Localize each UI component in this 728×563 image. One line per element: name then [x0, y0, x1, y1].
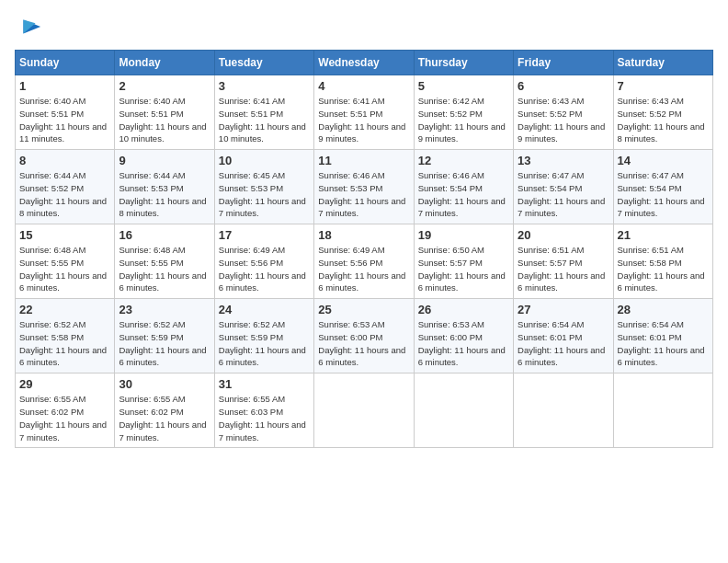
day-cell: 24Sunrise: 6:52 AMSunset: 5:59 PMDayligh…: [214, 299, 313, 373]
day-number: 1: [19, 79, 110, 93]
day-number: 31: [219, 377, 310, 391]
day-info: Sunrise: 6:52 AMSunset: 5:58 PMDaylight:…: [19, 319, 107, 367]
day-info: Sunrise: 6:44 AMSunset: 5:52 PMDaylight:…: [19, 170, 107, 218]
day-cell: 9Sunrise: 6:44 AMSunset: 5:53 PMDaylight…: [115, 150, 214, 224]
day-info: Sunrise: 6:49 AMSunset: 5:56 PMDaylight:…: [318, 245, 405, 293]
page: SundayMondayTuesdayWednesdayThursdayFrid…: [0, 0, 728, 455]
day-info: Sunrise: 6:51 AMSunset: 5:58 PMDaylight:…: [618, 245, 705, 293]
day-cell: [514, 373, 613, 448]
day-info: Sunrise: 6:53 AMSunset: 6:00 PMDaylight:…: [318, 319, 405, 367]
col-header-saturday: Saturday: [613, 51, 712, 75]
day-cell: 12Sunrise: 6:46 AMSunset: 5:54 PMDayligh…: [414, 150, 513, 224]
day-number: 9: [119, 154, 210, 167]
day-info: Sunrise: 6:50 AMSunset: 5:57 PMDaylight:…: [418, 245, 506, 293]
day-number: 13: [518, 154, 609, 167]
col-header-wednesday: Wednesday: [314, 51, 414, 75]
day-number: 7: [618, 79, 709, 93]
day-cell: 5Sunrise: 6:42 AMSunset: 5:52 PMDaylight…: [414, 75, 513, 150]
day-cell: 26Sunrise: 6:53 AMSunset: 6:00 PMDayligh…: [414, 299, 513, 373]
day-number: 5: [418, 79, 509, 93]
day-info: Sunrise: 6:52 AMSunset: 5:59 PMDaylight:…: [219, 319, 306, 367]
day-cell: 10Sunrise: 6:45 AMSunset: 5:53 PMDayligh…: [214, 150, 313, 224]
day-info: Sunrise: 6:53 AMSunset: 6:00 PMDaylight:…: [418, 319, 506, 367]
day-cell: [414, 373, 513, 448]
day-number: 27: [518, 303, 609, 316]
day-info: Sunrise: 6:55 AMSunset: 6:03 PMDaylight:…: [219, 394, 306, 442]
day-cell: 7Sunrise: 6:43 AMSunset: 5:52 PMDaylight…: [613, 75, 712, 150]
day-number: 18: [318, 228, 409, 242]
week-row-2: 8Sunrise: 6:44 AMSunset: 5:52 PMDaylight…: [16, 150, 713, 224]
day-cell: 22Sunrise: 6:52 AMSunset: 5:58 PMDayligh…: [16, 299, 115, 373]
logo: [15, 15, 42, 40]
day-number: 20: [518, 228, 609, 242]
day-cell: 25Sunrise: 6:53 AMSunset: 6:00 PMDayligh…: [314, 299, 414, 373]
day-cell: 1Sunrise: 6:40 AMSunset: 5:51 PMDaylight…: [16, 75, 115, 150]
day-cell: 23Sunrise: 6:52 AMSunset: 5:59 PMDayligh…: [115, 299, 214, 373]
day-info: Sunrise: 6:46 AMSunset: 5:53 PMDaylight:…: [318, 170, 405, 218]
day-info: Sunrise: 6:45 AMSunset: 5:53 PMDaylight:…: [219, 170, 306, 218]
day-info: Sunrise: 6:47 AMSunset: 5:54 PMDaylight:…: [518, 170, 605, 218]
calendar-table: SundayMondayTuesdayWednesdayThursdayFrid…: [15, 50, 713, 448]
col-header-thursday: Thursday: [414, 51, 513, 75]
day-info: Sunrise: 6:47 AMSunset: 5:54 PMDaylight:…: [618, 170, 705, 218]
day-info: Sunrise: 6:41 AMSunset: 5:51 PMDaylight:…: [318, 96, 405, 144]
day-number: 29: [19, 377, 110, 391]
day-number: 10: [219, 154, 310, 167]
day-number: 28: [618, 303, 709, 316]
header-row: SundayMondayTuesdayWednesdayThursdayFrid…: [16, 51, 713, 75]
day-info: Sunrise: 6:44 AMSunset: 5:53 PMDaylight:…: [119, 170, 206, 218]
week-row-4: 22Sunrise: 6:52 AMSunset: 5:58 PMDayligh…: [16, 299, 713, 373]
day-info: Sunrise: 6:49 AMSunset: 5:56 PMDaylight:…: [219, 245, 306, 293]
day-cell: 15Sunrise: 6:48 AMSunset: 5:55 PMDayligh…: [16, 224, 115, 299]
day-cell: 16Sunrise: 6:48 AMSunset: 5:55 PMDayligh…: [115, 224, 214, 299]
day-number: 22: [19, 303, 110, 316]
day-cell: 20Sunrise: 6:51 AMSunset: 5:57 PMDayligh…: [514, 224, 613, 299]
day-info: Sunrise: 6:52 AMSunset: 5:59 PMDaylight:…: [119, 319, 206, 367]
day-number: 6: [518, 79, 609, 93]
day-cell: 6Sunrise: 6:43 AMSunset: 5:52 PMDaylight…: [514, 75, 613, 150]
day-info: Sunrise: 6:51 AMSunset: 5:57 PMDaylight:…: [518, 245, 605, 293]
day-info: Sunrise: 6:41 AMSunset: 5:51 PMDaylight:…: [219, 96, 306, 144]
day-cell: 3Sunrise: 6:41 AMSunset: 5:51 PMDaylight…: [214, 75, 313, 150]
day-cell: 11Sunrise: 6:46 AMSunset: 5:53 PMDayligh…: [314, 150, 414, 224]
day-cell: 18Sunrise: 6:49 AMSunset: 5:56 PMDayligh…: [314, 224, 414, 299]
day-info: Sunrise: 6:46 AMSunset: 5:54 PMDaylight:…: [418, 170, 506, 218]
day-cell: 14Sunrise: 6:47 AMSunset: 5:54 PMDayligh…: [613, 150, 712, 224]
day-cell: 4Sunrise: 6:41 AMSunset: 5:51 PMDaylight…: [314, 75, 414, 150]
day-info: Sunrise: 6:43 AMSunset: 5:52 PMDaylight:…: [518, 96, 605, 144]
day-number: 26: [418, 303, 509, 316]
day-info: Sunrise: 6:48 AMSunset: 5:55 PMDaylight:…: [19, 245, 107, 293]
day-number: 15: [19, 228, 110, 242]
logo-icon: [17, 15, 42, 40]
day-number: 19: [418, 228, 509, 242]
day-number: 8: [19, 154, 110, 167]
day-number: 25: [318, 303, 409, 316]
col-header-friday: Friday: [514, 51, 613, 75]
day-number: 12: [418, 154, 509, 167]
day-number: 3: [219, 79, 310, 93]
day-cell: 2Sunrise: 6:40 AMSunset: 5:51 PMDaylight…: [115, 75, 214, 150]
day-info: Sunrise: 6:48 AMSunset: 5:55 PMDaylight:…: [119, 245, 206, 293]
day-cell: [314, 373, 414, 448]
day-number: 21: [618, 228, 709, 242]
day-number: 24: [219, 303, 310, 316]
day-number: 11: [318, 154, 409, 167]
day-number: 2: [119, 79, 210, 93]
col-header-monday: Monday: [115, 51, 214, 75]
day-number: 23: [119, 303, 210, 316]
day-cell: [613, 373, 712, 448]
day-info: Sunrise: 6:40 AMSunset: 5:51 PMDaylight:…: [19, 96, 107, 144]
day-number: 4: [318, 79, 409, 93]
col-header-tuesday: Tuesday: [214, 51, 313, 75]
day-info: Sunrise: 6:55 AMSunset: 6:02 PMDaylight:…: [119, 394, 206, 442]
day-cell: 21Sunrise: 6:51 AMSunset: 5:58 PMDayligh…: [613, 224, 712, 299]
day-number: 16: [119, 228, 210, 242]
day-cell: 28Sunrise: 6:54 AMSunset: 6:01 PMDayligh…: [613, 299, 712, 373]
day-cell: 19Sunrise: 6:50 AMSunset: 5:57 PMDayligh…: [414, 224, 513, 299]
week-row-1: 1Sunrise: 6:40 AMSunset: 5:51 PMDaylight…: [16, 75, 713, 150]
day-cell: 29Sunrise: 6:55 AMSunset: 6:02 PMDayligh…: [16, 373, 115, 448]
day-info: Sunrise: 6:54 AMSunset: 6:01 PMDaylight:…: [518, 319, 605, 367]
day-cell: 31Sunrise: 6:55 AMSunset: 6:03 PMDayligh…: [214, 373, 313, 448]
day-number: 17: [219, 228, 310, 242]
day-cell: 27Sunrise: 6:54 AMSunset: 6:01 PMDayligh…: [514, 299, 613, 373]
